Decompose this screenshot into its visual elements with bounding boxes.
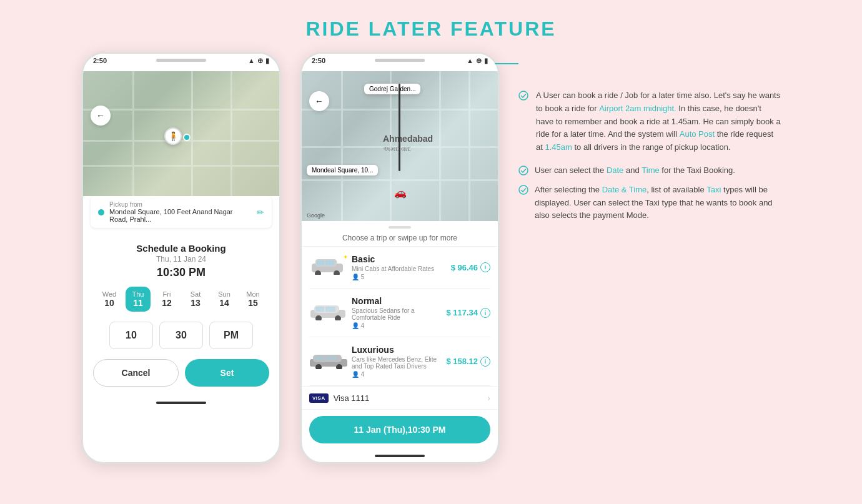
pickup-label: Pickup from <box>109 201 252 208</box>
choose-label: Choose a trip or swipe up for more <box>302 229 498 247</box>
pickup-map-label-2: Mondeal Square, 10... <box>307 165 378 175</box>
set-button[interactable]: Set <box>185 359 269 387</box>
ride-basic-price: $ 96.46 i <box>451 262 490 272</box>
status-time-1: 2:50 <box>93 57 107 64</box>
ride-normal-name: Normal <box>352 296 441 306</box>
visa-badge: VISA <box>309 393 329 403</box>
schedule-panel: Schedule a Booking Thu, 11 Jan 24 10:30 … <box>83 233 279 397</box>
ride-item-basic[interactable]: ✦ Basic Mini Cabs at Affordable Rates 👤 … <box>309 247 490 289</box>
bottom-bar-2 <box>375 455 425 457</box>
ride-item-normal[interactable]: Normal Spacious Sedans for a Comfortable… <box>309 289 490 337</box>
day-wed[interactable]: Wed 10 <box>97 287 122 312</box>
sub-point-2-text: After selecting the Date & Time, list of… <box>535 184 781 222</box>
basic-star: ✦ <box>343 254 348 260</box>
car-on-map: 🚗 <box>394 187 407 199</box>
dest-map-label: Godrej Garden... <box>364 84 420 94</box>
ride-basic-desc: Mini Cabs at Affordable Rates <box>352 265 446 272</box>
time-selectors: 10 30 PM <box>93 322 269 349</box>
status-bar-1: 2:50 ▲ ⊕ ▮ <box>83 54 279 67</box>
day-mon[interactable]: Mon 15 <box>240 287 265 312</box>
lux-info-icon[interactable]: i <box>480 357 490 367</box>
check-icon-main <box>518 91 528 101</box>
check-icon-1 <box>518 166 528 175</box>
hour-selector[interactable]: 10 <box>109 322 153 349</box>
car-basic-svg <box>309 256 345 275</box>
ride-normal-price: $ 117.34 i <box>446 308 490 318</box>
ride-normal-cap: 👤 4 <box>352 322 441 329</box>
person-icon-map: 🧍 <box>164 127 182 145</box>
period-selector[interactable]: PM <box>209 322 253 349</box>
map-attribution: Google <box>307 212 325 219</box>
day-thu[interactable]: Thu 11 <box>126 287 151 312</box>
check-icon-2 <box>518 185 528 195</box>
schedule-time: 10:30 PM <box>93 266 269 279</box>
car-normal-svg <box>309 302 347 320</box>
ride-basic-info: Basic Mini Cabs at Affordable Rates 👤 5 <box>347 254 451 280</box>
basic-info-icon[interactable]: i <box>480 262 490 272</box>
schedule-date: Thu, 11 Jan 24 <box>93 255 269 264</box>
svg-rect-11 <box>325 307 335 312</box>
normal-info-icon[interactable]: i <box>480 308 490 318</box>
sub-point-1-text: User can select the Date and Time for th… <box>535 164 735 177</box>
description-panel: A User can book a ride / Job for a later… <box>518 52 781 222</box>
normal-price-val: $ 117.34 <box>446 308 478 317</box>
schedule-title: Schedule a Booking <box>93 243 269 254</box>
day-sun[interactable]: Sun 14 <box>212 287 237 312</box>
main-description: A User can book a ride / Job for a later… <box>518 89 781 154</box>
car-lux-img <box>309 350 347 373</box>
phone-1: 2:50 ▲ ⊕ ▮ 🧍 <box>81 52 281 464</box>
day-sat[interactable]: Sat 13 <box>183 287 208 312</box>
payment-row[interactable]: VISA Visa 1111 › <box>302 386 498 410</box>
svg-rect-5 <box>325 260 334 265</box>
ride-lux-name: Luxurious <box>352 345 441 355</box>
ride-list: ✦ Basic Mini Cabs at Affordable Rates 👤 … <box>302 247 498 386</box>
minute-selector[interactable]: 30 <box>159 322 203 349</box>
basic-price-val: $ 96.46 <box>451 263 478 272</box>
car-normal-img <box>309 302 347 324</box>
day-selector: Wed 10 Thu 11 Fri 12 Sat 13 Sun 14 <box>93 287 269 312</box>
city-name: Ahmedabad <box>383 134 433 144</box>
svg-rect-16 <box>314 356 324 360</box>
sub-points: User can select the Date and Time for th… <box>518 164 781 222</box>
ride-lux-desc: Cars like Mercedes Benz, Elite and Top R… <box>352 356 441 370</box>
phone-2: 2:50 ▲ ⊕ ▮ <box>300 52 500 464</box>
chevron-right-icon: › <box>487 393 490 403</box>
ride-basic-cap: 👤 5 <box>352 274 446 280</box>
status-icons-1: ▲ ⊕ ▮ <box>248 57 269 65</box>
edit-icon[interactable]: ✏ <box>257 207 264 217</box>
status-bar-2: 2:50 ▲ ⊕ ▮ <box>302 54 498 67</box>
ride-lux-price: $ 158.12 i <box>446 357 490 367</box>
pickup-bar-1: Pickup from Mondeal Square, 100 Feet Ana… <box>91 196 272 228</box>
map-area-1: 🧍 ← <box>83 71 279 196</box>
signal-icon-2: ▲ <box>467 57 473 64</box>
back-button-1[interactable]: ← <box>91 106 111 126</box>
page-title: RIDE LATER FEATURE <box>305 17 556 41</box>
signal-icon: ▲ <box>248 57 255 64</box>
car-basic-img: ✦ <box>309 256 347 279</box>
ride-item-lux[interactable]: Luxurious Cars like Mercedes Benz, Elite… <box>309 337 490 386</box>
ride-lux-info: Luxurious Cars like Mercedes Benz, Elite… <box>347 345 446 378</box>
svg-point-20 <box>519 185 528 194</box>
green-dot-1 <box>98 209 104 215</box>
svg-rect-4 <box>317 260 324 265</box>
cancel-button[interactable]: Cancel <box>93 359 179 387</box>
location-dot-1 <box>183 134 191 141</box>
wifi-icon-2: ⊕ <box>476 57 482 65</box>
svg-rect-17 <box>325 356 337 360</box>
book-button[interactable]: 11 Jan (Thu),10:30 PM <box>309 416 490 443</box>
bottom-bar-1 <box>156 402 206 404</box>
payment-label: Visa 1111 <box>334 393 488 403</box>
ride-normal-info: Normal Spacious Sedans for a Comfortable… <box>347 296 446 329</box>
ride-basic-name: Basic <box>352 254 446 264</box>
ride-normal-desc: Spacious Sedans for a Comfortable Ride <box>352 307 441 321</box>
day-fri[interactable]: Fri 12 <box>154 287 179 312</box>
action-buttons: Cancel Set <box>93 359 269 387</box>
svg-point-18 <box>519 91 528 100</box>
route-line <box>399 84 400 171</box>
main-desc-text: A User can book a ride / Job for a later… <box>536 89 781 154</box>
car-lux-svg <box>309 350 348 369</box>
back-button-2[interactable]: ← <box>309 91 329 111</box>
map-area-2: Ahmedabad અમદાવાદ Mondeal Square, 10... … <box>302 71 498 221</box>
battery-icon: ▮ <box>265 57 269 65</box>
ride-lux-cap: 👤 4 <box>352 371 441 378</box>
